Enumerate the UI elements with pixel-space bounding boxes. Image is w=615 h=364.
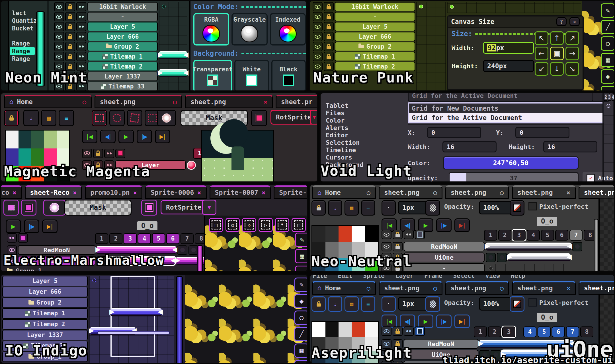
play-button[interactable]: ▶ xyxy=(6,220,21,233)
cel-link-bar-selected[interactable] xyxy=(508,253,571,261)
cel-link-bar[interactable] xyxy=(159,51,187,59)
menu-item[interactable]: View xyxy=(485,274,500,279)
grid-combobox[interactable]: Grid for the Active Document xyxy=(408,92,597,102)
options-button[interactable]: ≡ xyxy=(361,200,375,216)
layer-name[interactable]: Layer 1337 xyxy=(87,72,158,81)
auto-checkbox[interactable]: ✓ xyxy=(587,174,595,182)
palette-swatch[interactable] xyxy=(31,131,44,148)
eye-icon[interactable] xyxy=(54,12,64,21)
frame-number[interactable]: 7 xyxy=(566,326,579,337)
eye-icon[interactable] xyxy=(382,326,391,336)
layer-name[interactable]: - xyxy=(335,12,415,21)
layer-name[interactable]: Layer 666 xyxy=(335,32,415,41)
poly-select-button[interactable] xyxy=(127,110,142,126)
link-icon[interactable] xyxy=(76,52,86,61)
cel-link-bar[interactable] xyxy=(486,243,571,251)
lock-icon[interactable] xyxy=(324,42,334,51)
eye-icon[interactable] xyxy=(382,242,391,251)
eye-icon[interactable] xyxy=(54,42,64,51)
anchor-button[interactable]: ↙ xyxy=(535,62,548,76)
palette-swatch[interactable] xyxy=(339,226,352,242)
sidebar-item[interactable]: Tablet xyxy=(324,102,401,109)
layer-row[interactable]: Layer 5 xyxy=(2,276,88,286)
layer-row[interactable]: Group 2 xyxy=(54,42,158,51)
layer-name[interactable]: Tilemap 1 xyxy=(335,52,415,61)
play-button[interactable]: ▶ xyxy=(418,315,433,328)
document-tab[interactable]: Home○ xyxy=(4,95,92,108)
document-tab[interactable]: sheet.pn xyxy=(579,185,615,199)
layer-name[interactable]: 16bit Warlock xyxy=(335,2,415,11)
palette-swatch[interactable] xyxy=(44,131,56,148)
frame-number[interactable]: 3 xyxy=(608,94,611,101)
prev-frame-button[interactable]: ◀| xyxy=(400,315,415,328)
timeline-cels[interactable] xyxy=(416,2,446,92)
eye-icon[interactable] xyxy=(313,12,323,21)
palette-swatch[interactable] xyxy=(325,226,339,242)
link-icon[interactable] xyxy=(76,2,86,11)
palette-swatch[interactable] xyxy=(325,322,339,337)
document-tab[interactable]: sheet.png○ xyxy=(379,281,442,295)
frame-number[interactable]: 3 xyxy=(502,326,515,337)
dropdown-arrow-button[interactable]: ▼ xyxy=(202,200,216,215)
frame-number[interactable]: 6 xyxy=(555,230,568,241)
link-icon[interactable] xyxy=(76,42,86,51)
opacity-field[interactable]: 100% xyxy=(479,297,512,311)
frame-number[interactable]: 4 xyxy=(527,230,540,241)
pencil-tool[interactable]: ✎ xyxy=(601,3,615,18)
sidebar-item[interactable]: Timeline xyxy=(324,146,401,154)
last-frame-button[interactable]: ▶| xyxy=(155,130,170,143)
document-tab[interactable]: Sprite-0006× xyxy=(145,185,207,199)
layer-name[interactable]: Layer 666 xyxy=(2,287,88,297)
document-tab[interactable]: sheet.png× xyxy=(512,185,576,199)
lock-button[interactable] xyxy=(311,200,326,216)
spray-icon[interactable] xyxy=(425,200,440,216)
frame-number[interactable]: 7 xyxy=(181,233,194,244)
frame-opts-icon[interactable] xyxy=(18,233,28,243)
tab-close-icon[interactable]: × xyxy=(73,189,77,196)
cel-link-bar[interactable] xyxy=(110,308,162,316)
menu-item[interactable]: Bucket xyxy=(10,24,35,32)
canvas-sliver[interactable] xyxy=(598,198,615,272)
eye-icon[interactable] xyxy=(313,52,323,61)
pixel-perfect-checkbox[interactable] xyxy=(528,202,537,210)
pixel-perfect-icon[interactable] xyxy=(510,296,524,312)
lock-icon[interactable] xyxy=(65,52,75,61)
animation-tag[interactable]: O_o xyxy=(537,217,557,226)
sort-button[interactable]: ⇣ xyxy=(23,110,39,126)
cel[interactable] xyxy=(177,245,187,255)
layer-row[interactable]: Group 2 xyxy=(313,42,415,51)
text-tool[interactable]: a: xyxy=(294,360,308,364)
sidebar-item[interactable]: Color xyxy=(324,117,401,124)
first-frame-button[interactable]: |◀ xyxy=(382,315,397,328)
frame-number[interactable]: 2 xyxy=(604,94,607,101)
layer-row[interactable]: Tilemap 1 xyxy=(2,308,88,318)
tab-close-icon[interactable]: ○ xyxy=(367,285,370,292)
frame-number[interactable]: 4 xyxy=(138,233,151,244)
lock-icon[interactable] xyxy=(393,361,403,364)
frame-number[interactable]: 1 xyxy=(474,326,487,337)
link-icon[interactable] xyxy=(404,326,414,336)
width-input[interactable]: 16 xyxy=(442,141,497,152)
lock-button[interactable] xyxy=(4,110,19,126)
last-frame-button[interactable]: ▶| xyxy=(42,220,58,233)
tab-close-icon[interactable]: × xyxy=(13,189,16,196)
play-button[interactable]: ▶ xyxy=(118,130,134,143)
rect-select-button[interactable] xyxy=(92,110,107,126)
last-frame-button[interactable]: ▶| xyxy=(454,315,470,328)
dropdown-arrow-button[interactable]: ▼ xyxy=(310,110,318,125)
animation-tag[interactable]: O_o xyxy=(537,313,557,322)
scrollbar[interactable] xyxy=(594,219,598,272)
tab-close-icon[interactable]: × xyxy=(567,285,570,292)
spray-icon[interactable] xyxy=(425,296,440,312)
brush-button[interactable] xyxy=(141,200,157,216)
lock-icon[interactable] xyxy=(324,32,334,41)
frame-number[interactable]: 3 xyxy=(124,233,137,244)
lock-icon[interactable] xyxy=(65,12,75,21)
palette-swatch[interactable] xyxy=(352,322,365,337)
canvas-art[interactable] xyxy=(201,130,274,183)
layer-name[interactable]: Tilemap 2 xyxy=(87,62,158,71)
layer-row[interactable]: Layer 1337 xyxy=(2,330,88,340)
lock-icon[interactable] xyxy=(393,242,403,251)
tab-close-icon[interactable]: ○ xyxy=(173,98,177,106)
layer-row[interactable]: Tilemap 2 xyxy=(2,319,88,329)
